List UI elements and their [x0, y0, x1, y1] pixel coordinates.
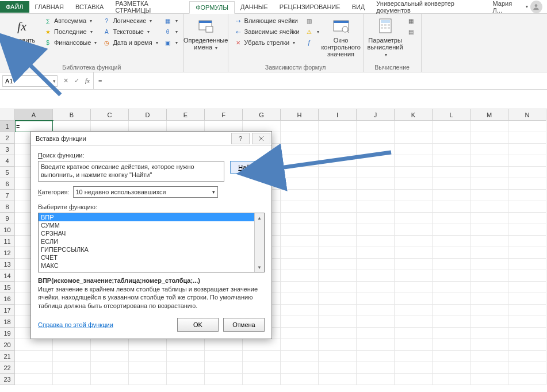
cell[interactable] — [167, 362, 205, 374]
cell[interactable] — [281, 247, 319, 259]
dialog-titlebar[interactable]: Вставка функции ? — [31, 132, 271, 146]
cell[interactable] — [319, 328, 357, 339]
cell[interactable] — [53, 362, 91, 374]
cell[interactable] — [433, 362, 471, 374]
cell[interactable] — [319, 213, 357, 224]
function-list-item[interactable]: СРЗНАЧ — [39, 229, 254, 237]
cell[interactable] — [129, 362, 167, 374]
cell[interactable] — [53, 374, 91, 385]
cell[interactable] — [508, 374, 546, 385]
cell[interactable] — [357, 167, 395, 178]
cell[interactable] — [319, 293, 357, 305]
column-header[interactable]: D — [129, 109, 167, 121]
cell[interactable] — [433, 121, 471, 132]
cell[interactable] — [433, 178, 471, 190]
cell[interactable] — [357, 362, 395, 374]
cancel-button[interactable]: Отмена — [223, 318, 265, 332]
cell[interactable] — [281, 339, 319, 351]
column-header[interactable]: N — [508, 109, 546, 121]
cell[interactable] — [508, 155, 546, 167]
column-header[interactable]: H — [281, 109, 319, 121]
column-header[interactable]: B — [53, 109, 91, 121]
cell[interactable] — [357, 132, 395, 144]
column-header[interactable]: M — [471, 109, 508, 121]
cell[interactable] — [395, 270, 433, 282]
cell[interactable] — [508, 328, 546, 339]
column-header[interactable]: G — [243, 109, 281, 121]
cell[interactable] — [281, 293, 319, 305]
cell[interactable] — [319, 132, 357, 144]
cell[interactable] — [395, 190, 433, 201]
cell[interactable] — [357, 293, 395, 305]
cell[interactable] — [357, 121, 395, 132]
date-time-button[interactable]: ◷Дата и время▾ — [101, 38, 159, 47]
cell[interactable] — [319, 374, 357, 385]
cell[interactable] — [471, 270, 508, 282]
cell[interactable] — [319, 351, 357, 362]
cell[interactable] — [281, 144, 319, 155]
cell[interactable] — [91, 374, 129, 385]
column-header[interactable]: I — [319, 109, 357, 121]
formula-input[interactable]: = — [93, 72, 547, 89]
cell[interactable] — [433, 259, 471, 270]
tab-formulas[interactable]: ФОРМУЛЫ — [189, 1, 235, 14]
dialog-help-button[interactable]: ? — [231, 133, 250, 144]
cell[interactable] — [508, 247, 546, 259]
cell[interactable] — [281, 259, 319, 270]
cell[interactable] — [508, 293, 546, 305]
cell[interactable] — [357, 305, 395, 316]
cell[interactable] — [319, 305, 357, 316]
cell[interactable] — [129, 339, 167, 351]
cell[interactable] — [281, 236, 319, 247]
cell[interactable] — [91, 339, 129, 351]
cell[interactable] — [357, 328, 395, 339]
column-header[interactable]: L — [433, 109, 471, 121]
cell[interactable] — [395, 132, 433, 144]
cell[interactable] — [395, 259, 433, 270]
cell[interactable] — [281, 316, 319, 328]
cell[interactable] — [281, 201, 319, 213]
evaluate-formula-button[interactable]: ƒ — [304, 38, 320, 47]
cell[interactable] — [508, 351, 546, 362]
cell[interactable] — [243, 339, 281, 351]
column-header[interactable]: F — [205, 109, 243, 121]
cell[interactable] — [281, 282, 319, 293]
column-header[interactable]: J — [357, 109, 395, 121]
select-all-corner[interactable] — [0, 109, 15, 121]
cell[interactable] — [508, 121, 546, 132]
cell[interactable] — [167, 374, 205, 385]
tab-data[interactable]: ДАННЫЕ — [235, 1, 274, 13]
cell[interactable] — [433, 190, 471, 201]
row-header[interactable]: 21 — [0, 351, 15, 362]
cell[interactable] — [395, 144, 433, 155]
ok-button[interactable]: OK — [177, 318, 219, 332]
cell[interactable] — [508, 132, 546, 144]
scroll-up-icon[interactable]: ▲ — [255, 213, 264, 222]
row-header[interactable]: 4 — [0, 155, 15, 167]
function-help-link[interactable]: Справка по этой функции — [38, 321, 173, 328]
cell[interactable] — [471, 374, 508, 385]
cell[interactable] — [319, 236, 357, 247]
cell[interactable] — [357, 351, 395, 362]
row-header[interactable]: 18 — [0, 316, 15, 328]
cell[interactable] — [281, 155, 319, 167]
cell[interactable] — [471, 259, 508, 270]
function-list-item[interactable]: ГИПЕРССЫЛКА — [39, 245, 254, 253]
cell[interactable] — [15, 351, 53, 362]
cell[interactable] — [15, 339, 53, 351]
cell[interactable] — [433, 351, 471, 362]
cell[interactable] — [433, 213, 471, 224]
more-functions-button[interactable]: ▣▾ — [163, 38, 179, 47]
cell[interactable] — [91, 121, 129, 132]
search-function-input[interactable]: Введите краткое описание действия, котор… — [38, 161, 224, 182]
user-area[interactable]: Мария Л... ▾ — [493, 0, 547, 14]
cell[interactable] — [508, 339, 546, 351]
cell[interactable] — [281, 178, 319, 190]
column-header[interactable]: C — [91, 109, 129, 121]
cell[interactable] — [395, 328, 433, 339]
cell[interactable] — [508, 270, 546, 282]
row-header[interactable]: 17 — [0, 305, 15, 316]
row-header[interactable]: 9 — [0, 213, 15, 224]
cell[interactable] — [395, 293, 433, 305]
cell[interactable] — [91, 362, 129, 374]
